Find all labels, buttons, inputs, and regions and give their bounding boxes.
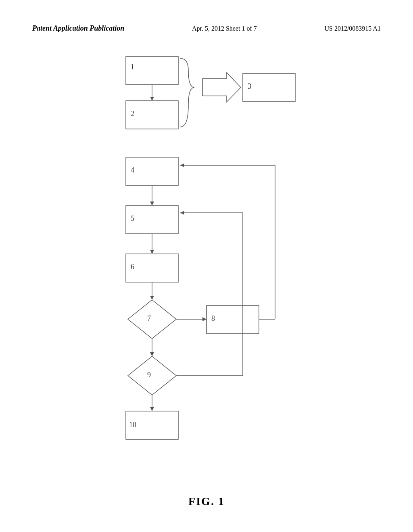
diamond-9: [128, 356, 176, 395]
arrow-to-3: [202, 73, 241, 102]
arrowhead-5-to-6: [150, 250, 154, 254]
diagram-area: 1 2 3 4: [0, 48, 413, 500]
arrowhead-into-5: [180, 211, 184, 215]
arrowhead-7-to-8: [202, 317, 206, 321]
label-8: 8: [211, 314, 215, 322]
label-7: 7: [147, 314, 151, 322]
arrowhead-1-to-2: [150, 97, 154, 101]
publication-title: Patent Application Publication: [32, 24, 124, 33]
arrowhead-into-4: [180, 163, 184, 167]
arrowhead-4-to-5: [150, 202, 154, 206]
brace: [180, 58, 194, 127]
label-6: 6: [131, 263, 134, 271]
label-4: 4: [131, 166, 134, 174]
label-5: 5: [131, 214, 134, 222]
label-3: 3: [248, 82, 251, 90]
page: Patent Application Publication Apr. 5, 2…: [0, 0, 413, 532]
figure-label: FIG. 1: [188, 495, 225, 508]
arrowhead-7-to-9: [150, 352, 154, 356]
page-header: Patent Application Publication Apr. 5, 2…: [0, 24, 413, 36]
label-9: 9: [147, 371, 151, 379]
patent-number: US 2012/0083915 A1: [324, 25, 381, 32]
label-2: 2: [131, 110, 134, 118]
date-sheet: Apr. 5, 2012 Sheet 1 of 7: [192, 25, 257, 32]
arrowhead-6-to-7: [150, 296, 154, 300]
diamond-7: [128, 300, 176, 339]
label-10: 10: [129, 421, 136, 429]
flowchart-svg: 1 2 3 4: [102, 48, 311, 472]
arrowhead-9-to-10: [150, 407, 154, 411]
label-1: 1: [131, 63, 134, 71]
